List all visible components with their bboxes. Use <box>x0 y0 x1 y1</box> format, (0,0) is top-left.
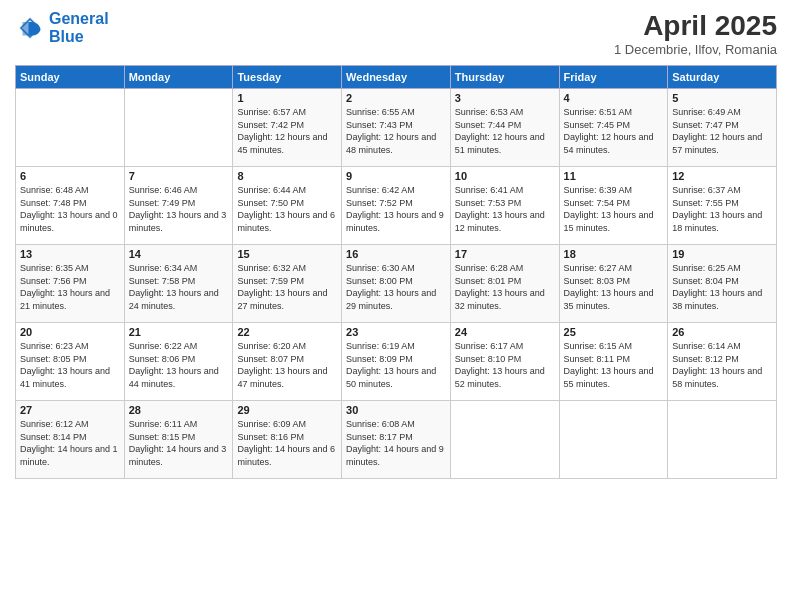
logo: GeneralBlue <box>15 10 109 45</box>
calendar-cell: 14Sunrise: 6:34 AM Sunset: 7:58 PM Dayli… <box>124 245 233 323</box>
calendar-cell <box>559 401 668 479</box>
day-number: 5 <box>672 92 772 104</box>
day-number: 19 <box>672 248 772 260</box>
day-info: Sunrise: 6:48 AM Sunset: 7:48 PM Dayligh… <box>20 184 120 234</box>
day-number: 11 <box>564 170 664 182</box>
calendar-cell: 6Sunrise: 6:48 AM Sunset: 7:48 PM Daylig… <box>16 167 125 245</box>
day-info: Sunrise: 6:41 AM Sunset: 7:53 PM Dayligh… <box>455 184 555 234</box>
day-number: 10 <box>455 170 555 182</box>
weekday-header: Wednesday <box>342 66 451 89</box>
day-info: Sunrise: 6:49 AM Sunset: 7:47 PM Dayligh… <box>672 106 772 156</box>
calendar-cell: 3Sunrise: 6:53 AM Sunset: 7:44 PM Daylig… <box>450 89 559 167</box>
day-info: Sunrise: 6:08 AM Sunset: 8:17 PM Dayligh… <box>346 418 446 468</box>
day-number: 3 <box>455 92 555 104</box>
calendar-cell: 4Sunrise: 6:51 AM Sunset: 7:45 PM Daylig… <box>559 89 668 167</box>
calendar-cell <box>16 89 125 167</box>
weekday-header: Saturday <box>668 66 777 89</box>
day-info: Sunrise: 6:19 AM Sunset: 8:09 PM Dayligh… <box>346 340 446 390</box>
day-info: Sunrise: 6:23 AM Sunset: 8:05 PM Dayligh… <box>20 340 120 390</box>
calendar-cell: 11Sunrise: 6:39 AM Sunset: 7:54 PM Dayli… <box>559 167 668 245</box>
calendar-cell: 23Sunrise: 6:19 AM Sunset: 8:09 PM Dayli… <box>342 323 451 401</box>
calendar-cell: 13Sunrise: 6:35 AM Sunset: 7:56 PM Dayli… <box>16 245 125 323</box>
day-info: Sunrise: 6:17 AM Sunset: 8:10 PM Dayligh… <box>455 340 555 390</box>
day-info: Sunrise: 6:15 AM Sunset: 8:11 PM Dayligh… <box>564 340 664 390</box>
calendar-cell: 17Sunrise: 6:28 AM Sunset: 8:01 PM Dayli… <box>450 245 559 323</box>
calendar-cell: 19Sunrise: 6:25 AM Sunset: 8:04 PM Dayli… <box>668 245 777 323</box>
day-info: Sunrise: 6:55 AM Sunset: 7:43 PM Dayligh… <box>346 106 446 156</box>
day-info: Sunrise: 6:53 AM Sunset: 7:44 PM Dayligh… <box>455 106 555 156</box>
day-info: Sunrise: 6:12 AM Sunset: 8:14 PM Dayligh… <box>20 418 120 468</box>
location-subtitle: 1 Decembrie, Ilfov, Romania <box>614 42 777 57</box>
calendar-cell: 9Sunrise: 6:42 AM Sunset: 7:52 PM Daylig… <box>342 167 451 245</box>
calendar-cell: 25Sunrise: 6:15 AM Sunset: 8:11 PM Dayli… <box>559 323 668 401</box>
day-info: Sunrise: 6:35 AM Sunset: 7:56 PM Dayligh… <box>20 262 120 312</box>
day-number: 2 <box>346 92 446 104</box>
day-number: 24 <box>455 326 555 338</box>
logo-icon <box>15 13 45 43</box>
calendar-cell: 7Sunrise: 6:46 AM Sunset: 7:49 PM Daylig… <box>124 167 233 245</box>
calendar-cell: 21Sunrise: 6:22 AM Sunset: 8:06 PM Dayli… <box>124 323 233 401</box>
calendar-cell: 18Sunrise: 6:27 AM Sunset: 8:03 PM Dayli… <box>559 245 668 323</box>
weekday-header: Sunday <box>16 66 125 89</box>
day-number: 1 <box>237 92 337 104</box>
day-info: Sunrise: 6:46 AM Sunset: 7:49 PM Dayligh… <box>129 184 229 234</box>
calendar-cell: 1Sunrise: 6:57 AM Sunset: 7:42 PM Daylig… <box>233 89 342 167</box>
day-info: Sunrise: 6:25 AM Sunset: 8:04 PM Dayligh… <box>672 262 772 312</box>
day-number: 20 <box>20 326 120 338</box>
calendar-cell <box>124 89 233 167</box>
day-info: Sunrise: 6:39 AM Sunset: 7:54 PM Dayligh… <box>564 184 664 234</box>
logo-text: GeneralBlue <box>49 10 109 45</box>
calendar-cell: 2Sunrise: 6:55 AM Sunset: 7:43 PM Daylig… <box>342 89 451 167</box>
day-number: 18 <box>564 248 664 260</box>
day-info: Sunrise: 6:20 AM Sunset: 8:07 PM Dayligh… <box>237 340 337 390</box>
day-info: Sunrise: 6:44 AM Sunset: 7:50 PM Dayligh… <box>237 184 337 234</box>
day-number: 12 <box>672 170 772 182</box>
day-number: 16 <box>346 248 446 260</box>
day-number: 9 <box>346 170 446 182</box>
calendar-cell: 10Sunrise: 6:41 AM Sunset: 7:53 PM Dayli… <box>450 167 559 245</box>
day-number: 26 <box>672 326 772 338</box>
weekday-header: Tuesday <box>233 66 342 89</box>
day-info: Sunrise: 6:42 AM Sunset: 7:52 PM Dayligh… <box>346 184 446 234</box>
calendar-cell: 5Sunrise: 6:49 AM Sunset: 7:47 PM Daylig… <box>668 89 777 167</box>
day-number: 21 <box>129 326 229 338</box>
svg-rect-2 <box>23 22 31 36</box>
day-number: 17 <box>455 248 555 260</box>
calendar-cell <box>450 401 559 479</box>
calendar-table: SundayMondayTuesdayWednesdayThursdayFrid… <box>15 65 777 479</box>
day-info: Sunrise: 6:27 AM Sunset: 8:03 PM Dayligh… <box>564 262 664 312</box>
calendar-cell: 28Sunrise: 6:11 AM Sunset: 8:15 PM Dayli… <box>124 401 233 479</box>
day-info: Sunrise: 6:22 AM Sunset: 8:06 PM Dayligh… <box>129 340 229 390</box>
day-number: 15 <box>237 248 337 260</box>
day-number: 28 <box>129 404 229 416</box>
day-info: Sunrise: 6:11 AM Sunset: 8:15 PM Dayligh… <box>129 418 229 468</box>
page-header: GeneralBlue April 2025 1 Decembrie, Ilfo… <box>15 10 777 57</box>
calendar-cell: 20Sunrise: 6:23 AM Sunset: 8:05 PM Dayli… <box>16 323 125 401</box>
day-info: Sunrise: 6:57 AM Sunset: 7:42 PM Dayligh… <box>237 106 337 156</box>
calendar-cell: 12Sunrise: 6:37 AM Sunset: 7:55 PM Dayli… <box>668 167 777 245</box>
day-info: Sunrise: 6:14 AM Sunset: 8:12 PM Dayligh… <box>672 340 772 390</box>
month-title: April 2025 <box>614 10 777 42</box>
day-number: 14 <box>129 248 229 260</box>
calendar-week-row: 27Sunrise: 6:12 AM Sunset: 8:14 PM Dayli… <box>16 401 777 479</box>
weekday-header: Monday <box>124 66 233 89</box>
weekday-header: Thursday <box>450 66 559 89</box>
calendar-week-row: 1Sunrise: 6:57 AM Sunset: 7:42 PM Daylig… <box>16 89 777 167</box>
calendar-cell: 29Sunrise: 6:09 AM Sunset: 8:16 PM Dayli… <box>233 401 342 479</box>
day-info: Sunrise: 6:37 AM Sunset: 7:55 PM Dayligh… <box>672 184 772 234</box>
calendar-cell: 15Sunrise: 6:32 AM Sunset: 7:59 PM Dayli… <box>233 245 342 323</box>
calendar-cell: 27Sunrise: 6:12 AM Sunset: 8:14 PM Dayli… <box>16 401 125 479</box>
day-info: Sunrise: 6:28 AM Sunset: 8:01 PM Dayligh… <box>455 262 555 312</box>
calendar-week-row: 20Sunrise: 6:23 AM Sunset: 8:05 PM Dayli… <box>16 323 777 401</box>
day-number: 29 <box>237 404 337 416</box>
weekday-header: Friday <box>559 66 668 89</box>
calendar-cell: 16Sunrise: 6:30 AM Sunset: 8:00 PM Dayli… <box>342 245 451 323</box>
day-number: 13 <box>20 248 120 260</box>
day-number: 7 <box>129 170 229 182</box>
day-info: Sunrise: 6:51 AM Sunset: 7:45 PM Dayligh… <box>564 106 664 156</box>
calendar-cell: 8Sunrise: 6:44 AM Sunset: 7:50 PM Daylig… <box>233 167 342 245</box>
day-number: 25 <box>564 326 664 338</box>
calendar-cell: 22Sunrise: 6:20 AM Sunset: 8:07 PM Dayli… <box>233 323 342 401</box>
day-info: Sunrise: 6:32 AM Sunset: 7:59 PM Dayligh… <box>237 262 337 312</box>
calendar-cell: 30Sunrise: 6:08 AM Sunset: 8:17 PM Dayli… <box>342 401 451 479</box>
